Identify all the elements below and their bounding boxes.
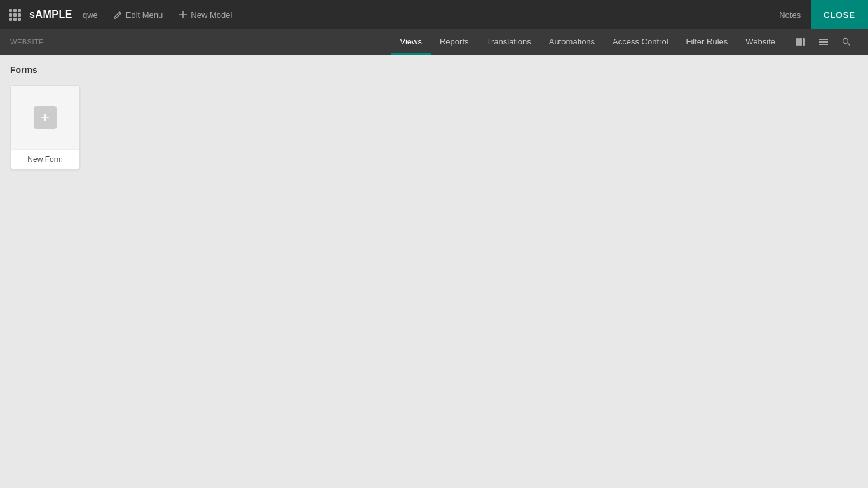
- grid-dots: [9, 9, 21, 21]
- svg-point-6: [843, 39, 848, 44]
- app-name: sAMPLE: [29, 9, 72, 20]
- view-icons: [789, 29, 858, 55]
- tab-reports[interactable]: Reports: [431, 29, 478, 55]
- form-card-thumbnail: +: [11, 86, 79, 149]
- top-navbar: sAMPLE qwe Edit Menu New Model Notes CLO…: [0, 0, 868, 29]
- main-content: Forms + New Form: [0, 55, 868, 488]
- section-label: WEBSITE: [10, 38, 44, 46]
- search-button[interactable]: [835, 29, 858, 55]
- notes-button[interactable]: Notes: [769, 0, 811, 29]
- edit-menu-button[interactable]: Edit Menu: [113, 10, 163, 20]
- tab-automations[interactable]: Automations: [540, 29, 604, 55]
- new-form-card[interactable]: + New Form: [10, 85, 80, 170]
- svg-rect-3: [819, 39, 828, 40]
- new-model-button[interactable]: New Model: [178, 10, 232, 20]
- new-model-label: New Model: [191, 10, 232, 20]
- tab-website[interactable]: Website: [736, 29, 784, 55]
- svg-rect-5: [819, 44, 828, 45]
- secondary-navbar: WEBSITE Views Reports Translations Autom…: [0, 29, 868, 55]
- grid-menu-icon[interactable]: [0, 0, 29, 29]
- tab-views[interactable]: Views: [391, 29, 431, 55]
- svg-rect-0: [796, 38, 799, 46]
- add-form-icon: +: [34, 106, 57, 129]
- forms-grid: + New Form: [10, 85, 858, 170]
- svg-rect-2: [803, 38, 805, 46]
- edit-menu-label: Edit Menu: [126, 10, 163, 20]
- close-label: CLOSE: [824, 10, 855, 20]
- svg-rect-4: [819, 41, 828, 43]
- tab-translations[interactable]: Translations: [478, 29, 540, 55]
- new-form-label: New Form: [11, 149, 79, 169]
- notes-label: Notes: [779, 10, 801, 20]
- breadcrumb: qwe: [83, 10, 98, 20]
- svg-rect-1: [799, 38, 802, 46]
- list-view-button[interactable]: [812, 29, 835, 55]
- close-button[interactable]: CLOSE: [811, 0, 868, 29]
- kanban-view-button[interactable]: [789, 29, 812, 55]
- tab-filter-rules[interactable]: Filter Rules: [677, 29, 737, 55]
- tab-access-control[interactable]: Access Control: [604, 29, 677, 55]
- section-title: Forms: [10, 65, 858, 75]
- secondary-nav-items: Views Reports Translations Automations A…: [391, 29, 784, 55]
